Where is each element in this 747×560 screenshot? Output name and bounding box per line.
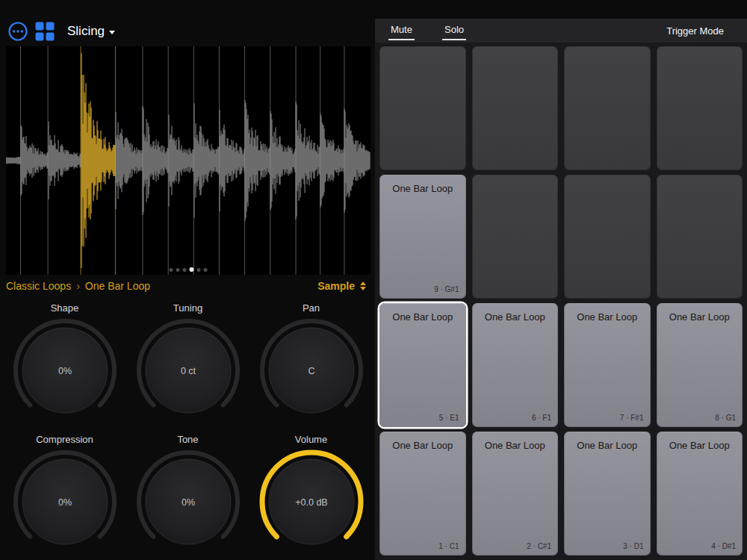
pad-empty[interactable] [564,175,651,299]
pad-label: One Bar Loop [472,311,559,323]
knob-label: Shape [51,302,79,314]
pad-note: 1 · C1 [438,542,459,550]
page-dot[interactable] [204,268,208,272]
mute-label: Mute [391,24,412,35]
top-toolbar: Slicing [0,0,375,43]
pad-9-gs1[interactable]: One Bar Loop9 · G#1 [379,175,466,299]
mode-label: Slicing [67,24,105,39]
knob-dial: 0% [132,446,244,558]
grid-icon [34,21,55,42]
pad-empty[interactable] [472,46,559,170]
pad-label: One Bar Loop [564,311,651,323]
pad-label: One Bar Loop [472,440,559,451]
pad-empty[interactable] [657,175,743,299]
pad-empty[interactable] [657,46,743,170]
sample-selector[interactable]: Sample [317,280,371,292]
pad-2-cs1[interactable]: One Bar Loop2 · C#1 [472,432,559,556]
sample-selector-label: Sample [317,280,355,292]
knob-value: 0% [58,366,71,376]
knob-label: Tuning [173,302,202,314]
pad-grid: One Bar Loop9 · G#1One Bar Loop5 · E1One… [375,43,747,560]
knob-label: Volume [295,434,327,446]
breadcrumb-separator: › [76,280,80,292]
pad-note: 3 · D1 [623,542,643,550]
trigger-mode-label: Trigger Mode [666,25,724,37]
pad-note: 4 · D#1 [711,542,736,550]
pads-header: Mute Solo Trigger Mode [375,19,747,43]
knob-value: 0% [181,497,194,508]
sample-info-bar: Classic Loops › One Bar Loop Sample [6,277,371,295]
knob-dial: 0% [9,446,121,558]
solo-button[interactable]: Solo [442,24,466,40]
knob-value: +0.0 dB [295,497,327,508]
waveform-graphic [6,46,371,275]
pad-note: 6 · F1 [532,414,551,422]
sampler-app: Slicing Classic Loops › One Bar Loop Sam… [0,0,747,560]
solo-label: Solo [444,24,464,35]
page-dot[interactable] [170,268,173,272]
pad-7-fs1[interactable]: One Bar Loop7 · F#1 [564,303,651,427]
knob-value: 0 ct [180,366,196,376]
breadcrumb-library[interactable]: Classic Loops [6,280,71,292]
knob-pan[interactable]: PanC [249,296,373,427]
page-dots[interactable] [170,267,208,272]
page-dot[interactable] [176,268,180,272]
knob-label: Compression [36,434,93,446]
knob-value: C [308,366,314,376]
pad-note: 8 · G1 [715,414,736,422]
pad-label: One Bar Loop [379,183,466,194]
more-options-icon[interactable] [7,21,28,42]
breadcrumb-current: One Bar Loop [85,280,150,292]
pad-note: 9 · G#1 [434,285,459,293]
chevron-down-icon [109,31,115,34]
pad-label: One Bar Loop [657,440,743,451]
knob-value: 0% [58,497,71,508]
pad-5-e1[interactable]: One Bar Loop5 · E1 [379,303,466,427]
knob-volume[interactable]: Volume+0.0 dB [249,427,373,559]
knob-grid: Shape0%Tuning0 ctPanCCompression0%Tone0%… [3,296,374,560]
knob-tuning[interactable]: Tuning0 ct [126,296,249,427]
pad-1-c1[interactable]: One Bar Loop1 · C1 [379,432,466,556]
knob-label: Pan [303,302,320,314]
pad-label: One Bar Loop [379,311,466,323]
trigger-mode-button[interactable]: Trigger Mode [662,19,728,43]
pad-6-f1[interactable]: One Bar Loop6 · F1 [472,303,559,427]
pad-empty[interactable] [379,46,466,170]
pad-8-g1[interactable]: One Bar Loop8 · G1 [657,303,743,427]
knob-shape[interactable]: Shape0% [3,296,126,427]
pads-view-icon[interactable] [34,21,55,42]
pad-label: One Bar Loop [564,440,651,451]
page-dot-active[interactable] [190,267,194,272]
knob-dial: 0 ct [132,314,244,426]
pads-panel: Mute Solo Trigger Mode One Bar Loop9 · G… [375,0,747,560]
pad-label: One Bar Loop [657,311,743,323]
pad-empty[interactable] [564,46,651,170]
page-dot[interactable] [197,268,201,272]
pad-note: 7 · F#1 [620,414,644,422]
knob-dial: 0% [9,314,121,426]
pad-note: 2 · C#1 [527,542,551,550]
knob-dial: +0.0 dB [255,446,368,558]
page-dot[interactable] [183,268,187,272]
knob-compression[interactable]: Compression0% [3,427,126,559]
up-down-arrows-icon [360,281,366,291]
ellipsis-circle-icon [7,21,28,42]
pad-empty[interactable] [472,175,559,299]
knob-label: Tone [177,434,198,446]
knob-dial: C [255,314,368,426]
pad-note: 5 · E1 [439,414,459,422]
mode-selector[interactable]: Slicing [67,24,115,39]
breadcrumb[interactable]: Classic Loops › One Bar Loop [6,280,150,292]
waveform-display[interactable] [6,46,371,275]
pad-4-ds1[interactable]: One Bar Loop4 · D#1 [657,432,743,556]
pad-3-d1[interactable]: One Bar Loop3 · D1 [564,432,651,556]
pad-label: One Bar Loop [379,440,466,451]
knob-tone[interactable]: Tone0% [126,427,249,559]
mute-button[interactable]: Mute [388,24,415,40]
